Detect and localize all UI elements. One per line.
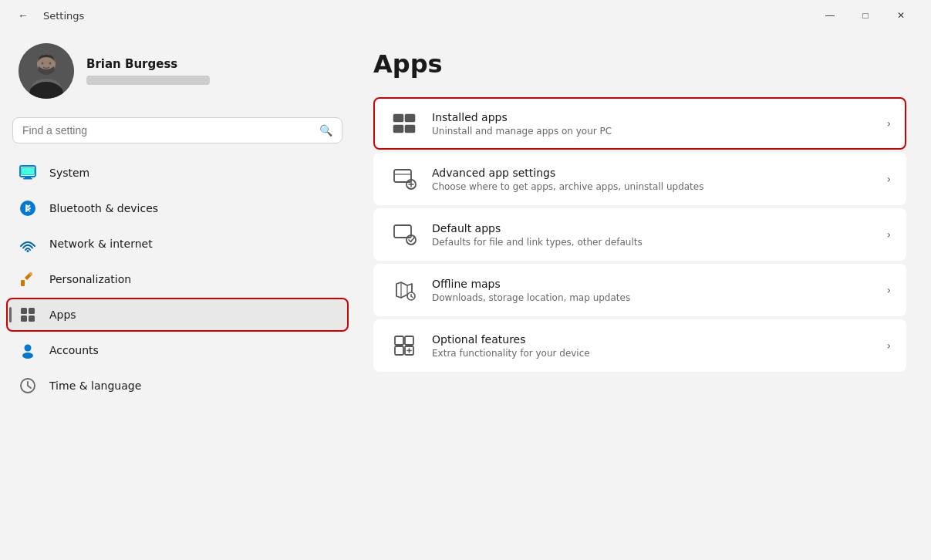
sidebar-item-bluetooth[interactable]: Bluetooth & devices [6, 191, 349, 225]
user-name: Brian Burgess [86, 57, 210, 71]
svg-rect-26 [405, 114, 415, 122]
svg-rect-42 [395, 336, 403, 345]
default-apps-title: Default apps [432, 222, 877, 234]
default-apps-icon [389, 219, 420, 250]
title-bar-controls: — □ ✕ [812, 3, 919, 28]
sidebar-item-time[interactable]: Time & language [6, 369, 349, 403]
svg-point-5 [49, 62, 52, 65]
nav-list: System Bluetooth & devices Network & int… [0, 156, 355, 403]
svg-rect-27 [393, 125, 403, 133]
main-layout: Brian Burgess 🔍 System [0, 31, 931, 560]
sidebar-item-accounts[interactable]: Accounts [6, 333, 349, 367]
offline-maps-text: Offline maps Downloads, storage location… [432, 278, 877, 303]
minimize-button[interactable]: — [812, 3, 848, 28]
optional-features-desc: Extra functionality for your device [432, 348, 877, 359]
installed-apps-icon [389, 108, 420, 139]
advanced-app-settings-item[interactable]: Advanced app settings Choose where to ge… [373, 153, 906, 205]
accounts-icon [19, 341, 37, 359]
time-icon [19, 376, 37, 395]
search-box[interactable]: 🔍 [12, 117, 342, 143]
optional-features-icon [389, 330, 420, 361]
sidebar-item-label-system: System [49, 167, 336, 179]
svg-point-22 [25, 345, 32, 352]
personalization-icon [19, 270, 37, 288]
content-area: Apps Installed apps Uninstall and manage… [355, 31, 931, 560]
sidebar-item-network[interactable]: Network & internet [6, 227, 349, 261]
offline-maps-icon [389, 275, 420, 305]
svg-rect-25 [393, 114, 403, 122]
offline-maps-desc: Downloads, storage location, map updates [432, 292, 877, 303]
bluetooth-icon [19, 199, 37, 218]
system-icon [19, 164, 37, 182]
sidebar-item-label-apps: Apps [49, 309, 336, 321]
sidebar-item-apps[interactable]: Apps [6, 298, 349, 332]
svg-rect-20 [21, 315, 27, 322]
optional-features-item[interactable]: Optional features Extra functionality fo… [373, 319, 906, 372]
installed-apps-text: Installed apps Uninstall and manage apps… [432, 111, 877, 137]
user-profile: Brian Burgess [0, 31, 355, 117]
svg-point-14 [20, 201, 35, 216]
svg-rect-12 [25, 177, 31, 178]
default-apps-chevron: › [886, 228, 891, 241]
svg-point-23 [22, 353, 33, 359]
sidebar-item-label-network: Network & internet [49, 238, 336, 250]
back-button[interactable]: ← [12, 5, 34, 26]
svg-rect-28 [405, 125, 415, 133]
offline-maps-title: Offline maps [432, 278, 877, 290]
sidebar-item-label-personalization: Personalization [49, 273, 336, 285]
maximize-button[interactable]: □ [848, 3, 883, 28]
user-info: Brian Burgess [86, 57, 210, 85]
search-container: 🔍 [0, 117, 355, 156]
search-icon: 🔍 [319, 124, 332, 137]
svg-rect-21 [29, 315, 35, 322]
svg-point-17 [29, 272, 32, 275]
apps-icon [19, 305, 37, 324]
svg-rect-44 [395, 346, 403, 355]
installed-apps-desc: Uninstall and manage apps on your PC [432, 126, 877, 137]
installed-apps-chevron: › [886, 117, 891, 130]
installed-apps-item[interactable]: Installed apps Uninstall and manage apps… [373, 97, 906, 150]
sidebar-item-personalization[interactable]: Personalization [6, 262, 349, 296]
default-apps-text: Default apps Defaults for file and link … [432, 222, 877, 248]
title-bar-title: Settings [43, 10, 84, 22]
optional-features-chevron: › [886, 339, 891, 352]
svg-rect-13 [23, 178, 32, 180]
title-bar: ← Settings — □ ✕ [0, 0, 931, 31]
optional-features-text: Optional features Extra functionality fo… [432, 333, 877, 359]
search-input[interactable] [22, 124, 313, 137]
svg-rect-16 [21, 280, 25, 286]
installed-apps-title: Installed apps [432, 111, 877, 123]
advanced-app-settings-icon [389, 164, 420, 194]
svg-point-4 [42, 62, 44, 65]
advanced-app-settings-chevron: › [886, 173, 891, 185]
svg-rect-18 [21, 308, 27, 314]
sidebar-item-system[interactable]: System [6, 156, 349, 190]
default-apps-item[interactable]: Default apps Defaults for file and link … [373, 208, 906, 261]
svg-rect-43 [405, 336, 413, 345]
close-button[interactable]: ✕ [883, 3, 919, 28]
user-email-bar [86, 76, 210, 85]
advanced-app-settings-desc: Choose where to get apps, archive apps, … [432, 181, 877, 192]
settings-list: Installed apps Uninstall and manage apps… [373, 97, 906, 372]
advanced-app-settings-title: Advanced app settings [432, 167, 877, 179]
default-apps-desc: Defaults for file and link types, other … [432, 237, 877, 248]
offline-maps-item[interactable]: Offline maps Downloads, storage location… [373, 264, 906, 316]
svg-rect-19 [29, 308, 35, 314]
avatar [19, 43, 74, 99]
page-title: Apps [373, 49, 906, 79]
sidebar-item-label-bluetooth: Bluetooth & devices [49, 202, 336, 214]
network-icon [19, 234, 37, 253]
svg-point-15 [27, 250, 29, 252]
advanced-app-settings-text: Advanced app settings Choose where to ge… [432, 167, 877, 192]
sidebar-item-label-accounts: Accounts [49, 344, 336, 356]
sidebar: Brian Burgess 🔍 System [0, 31, 355, 560]
optional-features-title: Optional features [432, 333, 877, 346]
svg-rect-11 [22, 168, 34, 174]
sidebar-item-label-time: Time & language [49, 380, 336, 392]
offline-maps-chevron: › [886, 284, 891, 296]
